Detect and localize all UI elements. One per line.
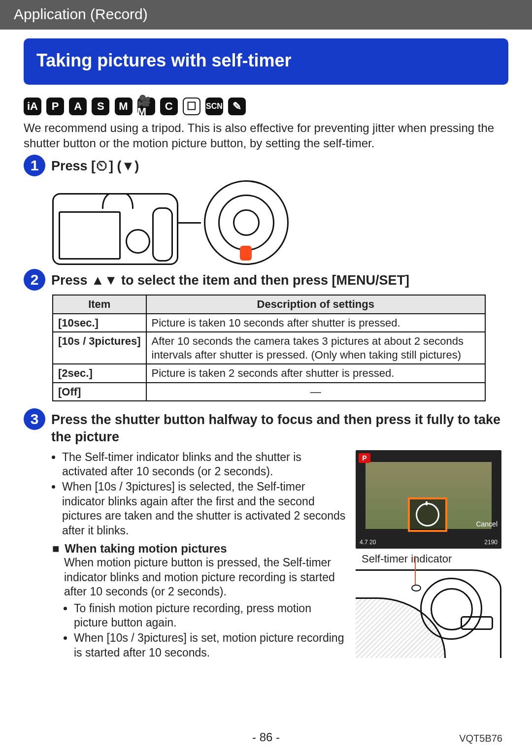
- cell-desc: After 10 seconds the camera takes 3 pict…: [146, 332, 485, 364]
- dial-detail-illustration: [204, 180, 289, 265]
- cell-item: [10s / 3pictures]: [53, 332, 146, 364]
- mode-icon-m: M: [115, 98, 133, 115]
- lcd-info-left: 4.7 20: [360, 539, 376, 546]
- step-1: 1 Press [⏲] (▼): [24, 155, 508, 176]
- page-title-text: Taking pictures with self-timer: [36, 50, 291, 70]
- mode-icon-movie-m: 🎥M: [137, 98, 155, 115]
- callout-line: [176, 222, 201, 224]
- mode-icon-a: A: [69, 98, 87, 115]
- settings-table: Item Description of settings [10sec.] Pi…: [52, 295, 486, 401]
- cell-item: [Off]: [53, 383, 146, 401]
- camera-back-illustration: [52, 193, 178, 265]
- cancel-label: Cancel: [476, 520, 498, 528]
- mode-icon-creative: ✎: [228, 98, 246, 115]
- lcd-screenshot: P Cancel 4.7 20 2190: [356, 450, 501, 549]
- cell-desc: —: [146, 383, 485, 401]
- step-3: 3 Press the shutter button halfway to fo…: [24, 408, 508, 446]
- motion-text: When motion picture button is pressed, t…: [64, 556, 348, 599]
- step-3-title: Press the shutter button halfway to focu…: [51, 411, 508, 446]
- table-row: [10sec.] Picture is taken 10 seconds aft…: [53, 314, 485, 332]
- list-item: When [10s / 3pictures] is selected, the …: [62, 480, 348, 538]
- cell-desc: Picture is taken 2 seconds after shutter…: [146, 364, 485, 383]
- mode-icon-s: S: [92, 98, 109, 115]
- mode-icon-panorama: ☐: [183, 98, 200, 115]
- indicator-pointer: [415, 556, 416, 586]
- section-header: Application (Record): [0, 0, 532, 30]
- list-item: The Self-timer indicator blinks and the …: [62, 450, 348, 479]
- page-number: - 86 -: [187, 730, 345, 744]
- table-row: [10s / 3pictures] After 10 seconds the c…: [53, 332, 485, 364]
- mode-icons-row: iA P A S M 🎥M C ☐ SCN ✎: [24, 98, 508, 115]
- step-2-title: Press ▲▼ to select the item and then pre…: [51, 272, 409, 289]
- self-timer-indicator-led: [411, 585, 421, 592]
- step-2: 2 Press ▲▼ to select the item and then p…: [24, 269, 508, 291]
- mode-icon-scn: SCN: [205, 98, 223, 115]
- table-row: [2sec.] Picture is taken 2 seconds after…: [53, 364, 485, 383]
- mode-icon-c: C: [160, 98, 178, 115]
- indicator-caption: Self-timer indicator: [362, 553, 508, 565]
- mode-icon-ia: iA: [24, 98, 41, 115]
- motion-subhead: When taking motion pictures: [52, 542, 348, 556]
- cell-item: [2sec.]: [53, 364, 146, 383]
- step-3-bullet: 3: [24, 408, 45, 430]
- th-desc: Description of settings: [146, 295, 485, 314]
- mode-badge-p: P: [359, 453, 370, 463]
- page-footer: - 86 - VQT5B76: [0, 730, 532, 744]
- cell-desc: Picture is taken 10 seconds after shutte…: [146, 314, 485, 332]
- step-3-bullets: The Self-timer indicator blinks and the …: [52, 450, 348, 538]
- step-1-bullet: 1: [24, 155, 45, 176]
- lcd-info-right: 2190: [484, 539, 498, 546]
- doc-id: VQT5B76: [345, 733, 502, 744]
- cell-item: [10sec.]: [53, 314, 146, 332]
- table-row: [Off] —: [53, 383, 485, 401]
- step-1-illustration: [52, 180, 508, 265]
- down-button-highlight: [240, 246, 252, 261]
- mode-icon-p: P: [46, 98, 64, 115]
- motion-subhead-text: When taking motion pictures: [65, 542, 227, 555]
- motion-bullets: To finish motion picture recording, pres…: [64, 601, 348, 660]
- step-2-bullet: 2: [24, 269, 45, 291]
- section-title: Application (Record): [14, 6, 148, 22]
- list-item: When [10s / 3pictures] is set, motion pi…: [74, 631, 348, 660]
- list-item: To finish motion picture recording, pres…: [74, 601, 348, 630]
- page-title: Taking pictures with self-timer: [24, 38, 508, 85]
- camera-top-illustration: [356, 569, 501, 658]
- lcd-info-bar: 4.7 20 2190: [360, 539, 498, 546]
- intro-text: We recommend using a tripod. This is als…: [24, 120, 508, 151]
- th-item: Item: [53, 295, 146, 314]
- step-1-title: Press [⏲] (▼): [51, 158, 139, 175]
- self-timer-overlay-icon: [408, 497, 447, 532]
